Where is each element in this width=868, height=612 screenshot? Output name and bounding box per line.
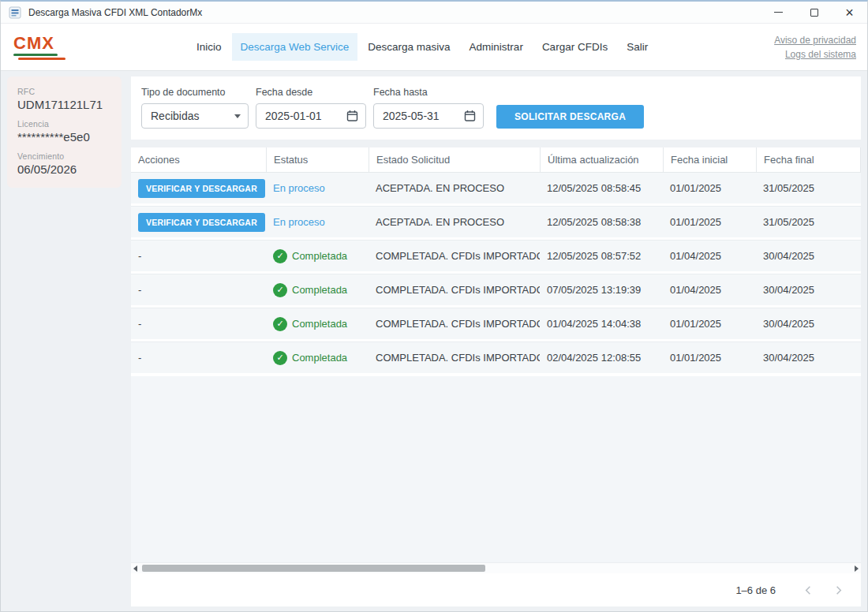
titlebar: Descarga Masiva CFDI XML ContadorMx × (1, 2, 867, 24)
no-action-dash: - (138, 352, 141, 364)
actions-cell: VERIFICAR Y DESCARGAR (131, 213, 266, 232)
fecha-final-cell: 30/04/2025 (756, 352, 861, 364)
estado-solicitud-cell: COMPLETADA. CFDIs IMPORTADOS (369, 284, 540, 296)
app-icon (9, 6, 21, 19)
ultima-actualizacion-cell: 12/05/2025 08:58:38 (540, 216, 663, 228)
verify-download-button[interactable]: VERIFICAR Y DESCARGAR (138, 179, 265, 198)
nav-item-salir[interactable]: Salir (618, 33, 657, 61)
document-type-select[interactable]: Recibidas (141, 103, 249, 129)
document-type-field: Tipo de documento Recibidas (141, 87, 249, 129)
table-column-header: Estado Solicitud (369, 147, 540, 172)
date-from-field: Fecha desde 2025-01-01 (256, 87, 366, 129)
table-empty-space (131, 376, 861, 562)
fecha-inicial-cell: 01/01/2025 (663, 318, 756, 330)
cmx-logo: CMX (13, 35, 70, 60)
nav-item-cargar-cfdis[interactable]: Cargar CFDIs (533, 33, 616, 61)
check-circle-icon: ✓ (273, 249, 287, 263)
verify-download-button[interactable]: VERIFICAR Y DESCARGAR (138, 213, 265, 232)
main-panel: Tipo de documento Recibidas Fecha desde … (131, 76, 861, 606)
licencia-label: Licencia (17, 119, 112, 129)
actions-cell: - (131, 284, 266, 296)
table-body: VERIFICAR Y DESCARGAR En proceso ACEPTAD… (131, 173, 861, 562)
close-button[interactable]: × (832, 2, 867, 23)
document-type-value: Recibidas (151, 110, 199, 122)
panel-gap (131, 140, 861, 147)
header-link-1[interactable]: Logs del sistema (785, 49, 856, 60)
chevron-right-icon (832, 584, 844, 596)
estado-solicitud-cell: ACEPTADA. EN PROCESO (369, 216, 540, 228)
date-from-input[interactable]: 2025-01-01 (256, 103, 366, 129)
table-row: - ✓ Completada COMPLETADA. CFDIs IMPORTA… (131, 241, 861, 274)
ultima-actualizacion-cell: 07/05/2025 13:19:39 (540, 284, 663, 296)
table-column-header: Última actualización (540, 147, 663, 172)
actions-cell: - (131, 318, 266, 330)
status-label: En proceso (273, 216, 325, 228)
header-links: Aviso de privacidadLogs del sistema (774, 35, 858, 60)
status-cell: ✓ Completada (266, 317, 369, 331)
fecha-inicial-cell: 01/04/2025 (663, 250, 756, 262)
logo-underline-orange (18, 58, 65, 60)
actions-cell: - (131, 250, 266, 262)
calendar-icon[interactable] (464, 110, 476, 122)
logo-underline-green (13, 54, 58, 56)
scroll-right-icon[interactable] (855, 565, 859, 572)
scrollbar-thumb[interactable] (142, 565, 485, 572)
status-label: Completada (292, 250, 347, 262)
fecha-inicial-cell: 01/01/2025 (663, 216, 756, 228)
filter-panel: Tipo de documento Recibidas Fecha desde … (131, 76, 861, 140)
date-from-label: Fecha desde (256, 87, 366, 98)
table-column-header: Fecha inicial (663, 147, 756, 172)
vencimiento-value: 06/05/2026 (17, 162, 112, 176)
estado-solicitud-cell: COMPLETADA. CFDIs IMPORTADOS (369, 318, 540, 330)
previous-page-button[interactable] (798, 580, 818, 600)
calendar-icon[interactable] (346, 110, 358, 122)
status-cell: En proceso (266, 216, 369, 228)
fecha-inicial-cell: 01/01/2025 (663, 352, 756, 364)
fecha-final-cell: 30/04/2025 (756, 250, 861, 262)
estado-solicitud-cell: COMPLETADA. CFDIs IMPORTADOS (369, 352, 540, 364)
check-circle-icon: ✓ (273, 317, 287, 331)
scroll-left-icon[interactable] (133, 565, 137, 572)
status-cell: En proceso (266, 182, 369, 194)
app-header: CMX InicioDescarga Web ServiceDescarga m… (1, 24, 867, 71)
status-cell: ✓ Completada (266, 249, 369, 263)
nav-item-inicio[interactable]: Inicio (188, 33, 230, 61)
pagination-bar: 1–6 de 6 (131, 573, 861, 606)
header-link-0[interactable]: Aviso de privacidad (774, 35, 856, 46)
nav-item-descarga-web-service[interactable]: Descarga Web Service (232, 33, 358, 61)
rfc-field: RFC UDM171121L71 (17, 87, 112, 111)
document-type-label: Tipo de documento (141, 87, 249, 98)
no-action-dash: - (138, 318, 141, 330)
fecha-inicial-cell: 01/01/2025 (663, 182, 756, 194)
vencimiento-field: Vencimiento 06/05/2026 (17, 151, 112, 176)
table-row: - ✓ Completada COMPLETADA. CFDIs IMPORTA… (131, 342, 861, 376)
requests-table: AccionesEstatusEstado SolicitudÚltima ac… (131, 147, 861, 573)
no-action-dash: - (138, 250, 141, 262)
request-download-button[interactable]: SOLICITAR DESCARGA (496, 105, 644, 129)
fecha-final-cell: 30/04/2025 (756, 318, 861, 330)
date-to-input[interactable]: 2025-05-31 (373, 103, 484, 129)
status-label: Completada (292, 318, 347, 330)
horizontal-scrollbar[interactable] (131, 562, 861, 573)
status-label: Completada (292, 284, 347, 296)
window-title: Descarga Masiva CFDI XML ContadorMx (28, 7, 202, 18)
licencia-value: **********e5e0 (17, 130, 112, 144)
date-to-value: 2025-05-31 (383, 110, 440, 122)
table-row: - ✓ Completada COMPLETADA. CFDIs IMPORTA… (131, 308, 861, 342)
nav-item-descarga-masiva[interactable]: Descarga masiva (359, 33, 458, 61)
page-range-label: 1–6 de 6 (735, 584, 776, 596)
minimize-icon (774, 12, 783, 13)
estado-solicitud-cell: COMPLETADA. CFDIs IMPORTADOS (369, 250, 540, 262)
license-card: RFC UDM171121L71 Licencia **********e5e0… (7, 76, 122, 188)
nav-item-administrar[interactable]: Administrar (461, 33, 532, 61)
status-label: En proceso (273, 182, 325, 194)
actions-cell: - (131, 352, 266, 364)
ultima-actualizacion-cell: 12/05/2025 08:57:52 (540, 250, 663, 262)
next-page-button[interactable] (828, 580, 848, 600)
chevron-down-icon (234, 114, 241, 118)
maximize-button[interactable] (796, 2, 832, 23)
status-cell: ✓ Completada (266, 351, 369, 365)
minimize-button[interactable] (761, 2, 796, 23)
no-action-dash: - (138, 284, 141, 296)
date-from-value: 2025-01-01 (265, 110, 322, 122)
